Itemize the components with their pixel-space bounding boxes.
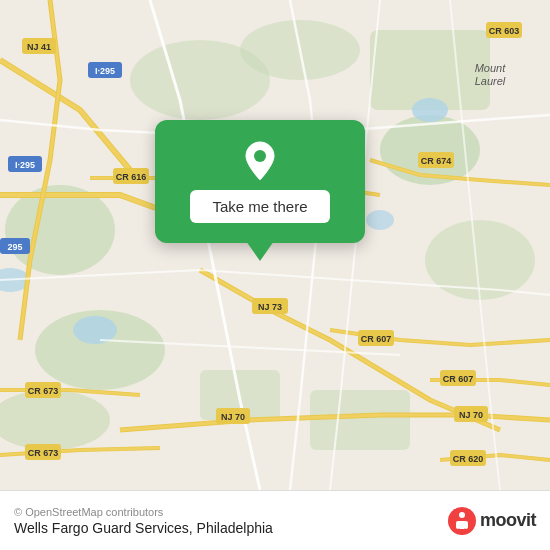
svg-point-49: [459, 512, 465, 518]
bottom-bar: © OpenStreetMap contributors Wells Fargo…: [0, 490, 550, 550]
svg-point-1: [5, 185, 115, 275]
svg-text:CR 616: CR 616: [116, 172, 147, 182]
svg-rect-8: [310, 390, 410, 450]
svg-text:295: 295: [7, 242, 22, 252]
svg-text:I·295: I·295: [95, 66, 115, 76]
take-me-there-button[interactable]: Take me there: [190, 190, 329, 223]
svg-text:CR 674: CR 674: [421, 156, 452, 166]
location-popup: Take me there: [155, 120, 365, 243]
svg-text:I·295: I·295: [15, 160, 35, 170]
svg-text:NJ 70: NJ 70: [221, 412, 245, 422]
svg-text:CR 607: CR 607: [443, 374, 474, 384]
svg-text:NJ 70: NJ 70: [459, 410, 483, 420]
svg-point-51: [457, 528, 460, 531]
svg-text:NJ 41: NJ 41: [27, 42, 51, 52]
moovit-logo: moovit: [448, 507, 536, 535]
svg-text:CR 620: CR 620: [453, 454, 484, 464]
map-view[interactable]: NJ 41 I·295 I·295 295 CR 616 CR 674 NJ 7…: [0, 0, 550, 490]
svg-point-47: [254, 150, 266, 162]
svg-text:CR 607: CR 607: [361, 334, 392, 344]
svg-point-13: [366, 210, 394, 230]
svg-text:CR 673: CR 673: [28, 386, 59, 396]
svg-text:CR 673: CR 673: [28, 448, 59, 458]
location-pin-icon: [238, 138, 282, 182]
svg-text:Laurel: Laurel: [475, 75, 506, 87]
svg-text:NJ 73: NJ 73: [258, 302, 282, 312]
svg-point-52: [463, 528, 466, 531]
map-svg: NJ 41 I·295 I·295 295 CR 616 CR 674 NJ 7…: [0, 0, 550, 490]
moovit-icon: [448, 507, 476, 535]
svg-text:CR 603: CR 603: [489, 26, 520, 36]
svg-text:Mount: Mount: [475, 62, 507, 74]
moovit-text: moovit: [480, 510, 536, 531]
attribution-text: © OpenStreetMap contributors: [14, 506, 273, 518]
svg-point-12: [412, 98, 448, 122]
location-name: Wells Fargo Guard Services, Philadelphia: [14, 520, 273, 536]
svg-rect-50: [456, 521, 468, 529]
location-info: © OpenStreetMap contributors Wells Fargo…: [14, 506, 273, 536]
